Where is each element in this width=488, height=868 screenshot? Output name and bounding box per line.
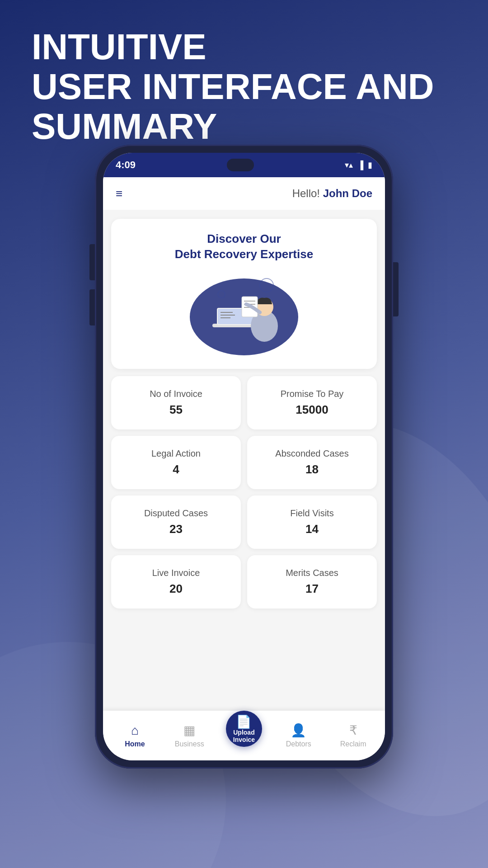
stat-card-promise-to-pay[interactable]: Promise To Pay15000 [247,376,377,429]
status-icons: ▾▴ ▐ ▮ [345,160,372,170]
bottom-nav: ⌂ Home ▦ Business 📄 UploadInvoice 👤 Debt… [103,711,385,760]
stat-value: 55 [120,403,232,417]
nav-home[interactable]: ⌂ Home [108,723,162,748]
reclaim-icon: ₹ [349,723,357,738]
volume-down-button [89,289,95,326]
nav-debtors[interactable]: 👤 Debtors [271,723,326,748]
volume-up-button [89,244,95,280]
phone-screen: 4:09 ▾▴ ▐ ▮ ≡ Hello! John Doe [103,153,385,760]
username: John Doe [323,187,372,199]
stat-label: Field Visits [256,508,368,519]
upload-icon: 📄 [236,714,252,729]
notch [227,159,254,171]
stat-value: 15000 [256,403,368,417]
upload-button-label: UploadInvoice [233,729,255,743]
headline-line2: USER INTERFACE AND [32,66,434,107]
stat-value: 23 [120,522,232,536]
nav-debtors-label: Debtors [286,740,311,748]
wifi-icon: ▾▴ [345,160,353,170]
banner-illustration [122,269,366,360]
nav-upload[interactable]: 📄 UploadInvoice [217,724,272,747]
status-bar: 4:09 ▾▴ ▐ ▮ [103,153,385,177]
battery-icon: ▮ [368,160,372,170]
stat-card-disputed-cases[interactable]: Disputed Cases23 [111,495,241,549]
stat-value: 18 [256,462,368,476]
header-text: INTUITIVE USER INTERFACE AND SUMMARY [32,27,434,146]
stat-card-field-visits[interactable]: Field Visits14 [247,495,377,549]
stat-card-legal-action[interactable]: Legal Action4 [111,436,241,489]
stat-value: 14 [256,522,368,536]
headline-line3: SUMMARY [32,106,217,146]
stat-label: Disputed Cases [120,508,232,519]
nav-business-label: Business [175,740,204,748]
stat-label: Live Invoice [120,568,232,578]
stat-label: Promise To Pay [256,389,368,399]
phone-wrapper: 4:09 ▾▴ ▐ ▮ ≡ Hello! John Doe [95,145,393,769]
stat-value: 20 [120,582,232,596]
business-icon: ▦ [183,723,195,738]
debtors-icon: 👤 [291,723,306,738]
home-icon: ⌂ [131,723,139,738]
app-bar: ≡ Hello! John Doe [103,177,385,210]
power-button [393,262,399,316]
stat-value: 4 [120,462,232,476]
signal-icon: ▐ [357,160,363,170]
stat-label: Merits Cases [256,568,368,578]
stat-card-live-invoice[interactable]: Live Invoice20 [111,555,241,609]
nav-reclaim-label: Reclaim [340,740,366,748]
stat-card-no-of-invoice[interactable]: No of Invoice55 [111,376,241,429]
nav-business[interactable]: ▦ Business [162,723,217,748]
stat-label: Absconded Cases [256,448,368,459]
stat-value: 17 [256,582,368,596]
stat-label: No of Invoice [120,389,232,399]
phone-shell: 4:09 ▾▴ ▐ ▮ ≡ Hello! John Doe [95,145,393,769]
stat-card-merits-cases[interactable]: Merits Cases17 [247,555,377,609]
status-time: 4:09 [116,159,136,171]
stat-card-absconded-cases[interactable]: Absconded Cases18 [247,436,377,489]
banner-title: Discover Our Debt Recovery Expertise [122,231,366,262]
banner-card: Discover Our Debt Recovery Expertise [111,219,377,369]
stat-label: Legal Action [120,448,232,459]
greeting-text: Hello! John Doe [292,187,372,200]
upload-button[interactable]: 📄 UploadInvoice [226,711,262,747]
headline-line1: INTUITIVE [32,27,206,67]
menu-button[interactable]: ≡ [116,187,122,201]
nav-home-label: Home [125,740,145,748]
scroll-content: Discover Our Debt Recovery Expertise [103,210,385,711]
nav-reclaim[interactable]: ₹ Reclaim [326,723,380,748]
stats-grid: No of Invoice55Promise To Pay15000Legal … [111,376,377,609]
